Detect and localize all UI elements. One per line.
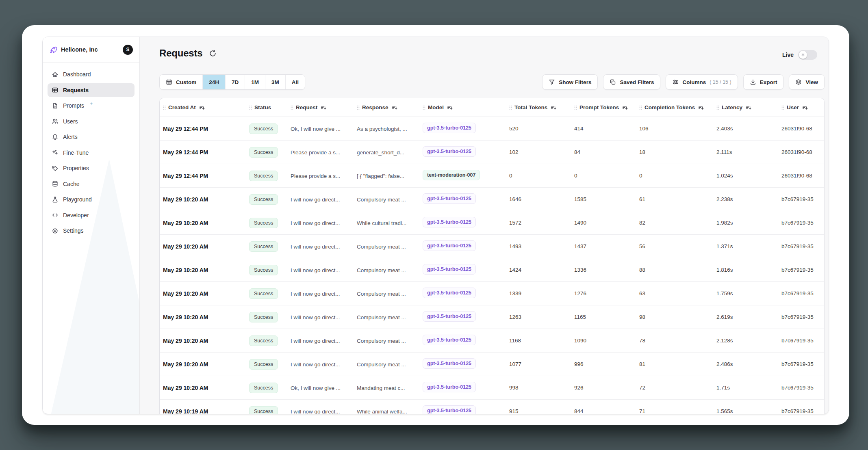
- table-row[interactable]: May 29 10:19 AM Success I will now go di…: [160, 400, 824, 414]
- columns-button[interactable]: Columns ( 15 / 15 ): [666, 74, 738, 90]
- sort-icon[interactable]: [551, 105, 556, 110]
- sort-icon[interactable]: [698, 105, 704, 110]
- table-row[interactable]: May 29 10:20 AM Success I will now go di…: [160, 188, 824, 211]
- cell-latency: 1.565s: [713, 408, 778, 414]
- sort-icon[interactable]: [746, 105, 751, 110]
- sidebar-item-dashboard[interactable]: Dashboard: [48, 67, 135, 81]
- refresh-button[interactable]: [209, 50, 217, 57]
- time-range-24h[interactable]: 24H: [203, 75, 226, 89]
- sort-icon[interactable]: [321, 105, 326, 110]
- sort-icon[interactable]: [447, 105, 453, 110]
- layers-icon: [795, 79, 802, 85]
- col-header-response[interactable]: Response: [354, 104, 419, 110]
- sidebar-item-alerts[interactable]: Alerts: [48, 130, 135, 144]
- avatar[interactable]: S: [123, 45, 133, 55]
- sidebar-item-prompts[interactable]: Prompts ✦: [48, 99, 135, 112]
- col-header-prompt-tokens[interactable]: Prompt Tokens: [571, 104, 636, 110]
- cell-user: 26031f90-68: [778, 173, 824, 179]
- col-header-total-tokens[interactable]: Total Tokens: [506, 104, 571, 110]
- toggle-knob-icon: [799, 51, 807, 59]
- sidebar-item-settings[interactable]: Settings: [48, 224, 135, 238]
- show-filters-button[interactable]: Show Filters: [542, 74, 598, 90]
- cell-completion-tokens: 63: [636, 290, 713, 296]
- drag-handle-icon[interactable]: [291, 105, 293, 110]
- sort-icon[interactable]: [802, 105, 808, 110]
- cell-created-at: May 29 12:44 PM: [160, 125, 246, 132]
- database-icon: [52, 180, 59, 187]
- col-header-completion-tokens[interactable]: Completion Tokens: [636, 104, 713, 110]
- sort-icon[interactable]: [622, 105, 628, 110]
- drag-handle-icon[interactable]: [781, 105, 784, 110]
- cell-completion-tokens: 72: [636, 385, 713, 391]
- col-header-status[interactable]: Status: [246, 104, 287, 110]
- time-range-1m[interactable]: 1M: [245, 75, 265, 89]
- table-row[interactable]: May 29 10:20 AM Success I will now go di…: [160, 235, 824, 258]
- sliders-icon: [672, 79, 679, 85]
- sidebar-item-fine-tune[interactable]: Fine-Tune: [48, 146, 135, 160]
- sidebar-item-playground[interactable]: Playground: [48, 193, 135, 206]
- sort-icon[interactable]: [199, 105, 205, 110]
- beaker-icon: [52, 196, 59, 203]
- table-row[interactable]: May 29 12:44 PM Success Please provide a…: [160, 141, 824, 164]
- cell-total-tokens: 1424: [506, 267, 571, 273]
- table-row[interactable]: May 29 10:20 AM Success I will now go di…: [160, 282, 824, 305]
- cell-total-tokens: 0: [506, 173, 571, 179]
- model-badge: gpt-3.5-turbo-0125: [423, 358, 476, 369]
- cell-total-tokens: 998: [506, 385, 571, 391]
- drag-handle-icon[interactable]: [509, 105, 512, 110]
- cell-latency: 2.619s: [713, 314, 778, 320]
- time-range-all[interactable]: All: [286, 75, 305, 89]
- cell-request: Ok, I will now give ...: [287, 125, 354, 132]
- col-header-request[interactable]: Request: [287, 104, 354, 110]
- drag-handle-icon[interactable]: [423, 105, 425, 110]
- table-row[interactable]: May 29 12:44 PM Success Ok, I will now g…: [160, 117, 824, 141]
- model-badge: gpt-3.5-turbo-0125: [423, 217, 476, 227]
- drag-handle-icon[interactable]: [163, 105, 166, 110]
- col-header-created-at[interactable]: Created At: [160, 104, 246, 110]
- download-icon: [750, 79, 756, 85]
- sidebar-item-cache[interactable]: Cache: [48, 177, 135, 191]
- cell-model: gpt-3.5-turbo-0125: [419, 358, 506, 370]
- col-header-latency[interactable]: Latency: [713, 104, 778, 110]
- table-row[interactable]: May 29 10:20 AM Success I will now go di…: [160, 211, 824, 235]
- saved-filters-button[interactable]: Saved Filters: [603, 74, 660, 90]
- sidebar-item-developer[interactable]: Developer: [48, 208, 135, 222]
- drag-handle-icon[interactable]: [716, 105, 719, 110]
- cell-user: b7c67919-35: [778, 361, 824, 367]
- drag-handle-icon[interactable]: [249, 105, 252, 110]
- col-header-user[interactable]: User: [778, 104, 824, 110]
- sidebar-item-requests[interactable]: Requests: [48, 83, 135, 97]
- table-row[interactable]: May 29 10:20 AM Success I will now go di…: [160, 305, 824, 329]
- view-button[interactable]: View: [789, 74, 825, 90]
- model-badge: gpt-3.5-turbo-0125: [423, 311, 476, 322]
- cell-response: [ { "flagged": false...: [354, 172, 419, 180]
- time-range-7d[interactable]: 7D: [226, 75, 245, 89]
- cell-completion-tokens: 82: [636, 220, 713, 226]
- table-row[interactable]: May 29 12:44 PM Success Please provide a…: [160, 164, 824, 188]
- sidebar-item-users[interactable]: Users: [48, 115, 135, 128]
- org-switcher[interactable]: Helicone, Inc S: [43, 37, 139, 63]
- drag-handle-icon[interactable]: [357, 105, 360, 110]
- table-row[interactable]: May 29 10:20 AM Success Ok, I will now g…: [160, 376, 824, 400]
- sidebar-item-properties[interactable]: Properties: [48, 161, 135, 175]
- table-row[interactable]: May 29 10:20 AM Success I will now go di…: [160, 353, 824, 376]
- drag-handle-icon[interactable]: [574, 105, 577, 110]
- calendar-icon: [166, 79, 172, 85]
- cell-model: gpt-3.5-turbo-0125: [419, 193, 506, 206]
- export-button[interactable]: Export: [743, 74, 784, 90]
- status-badge: Success: [249, 147, 278, 158]
- drag-handle-icon[interactable]: [639, 105, 642, 110]
- live-toggle[interactable]: [798, 50, 817, 60]
- time-range-3m[interactable]: 3M: [265, 75, 286, 89]
- col-header-model[interactable]: Model: [419, 104, 506, 110]
- cell-request: Please provide a s...: [287, 172, 354, 180]
- sparkles-icon: [52, 149, 59, 156]
- cell-total-tokens: 102: [506, 149, 571, 155]
- model-badge: gpt-3.5-turbo-0125: [423, 382, 476, 392]
- table-row[interactable]: May 29 10:20 AM Success I will now go di…: [160, 329, 824, 353]
- cell-total-tokens: 1339: [506, 290, 571, 296]
- time-range-custom[interactable]: Custom: [160, 75, 203, 89]
- table-row[interactable]: May 29 10:20 AM Success I will now go di…: [160, 258, 824, 282]
- screenshot-root: Helicone, Inc S Dashboard Requests Prom: [0, 0, 868, 450]
- sort-icon[interactable]: [392, 105, 397, 110]
